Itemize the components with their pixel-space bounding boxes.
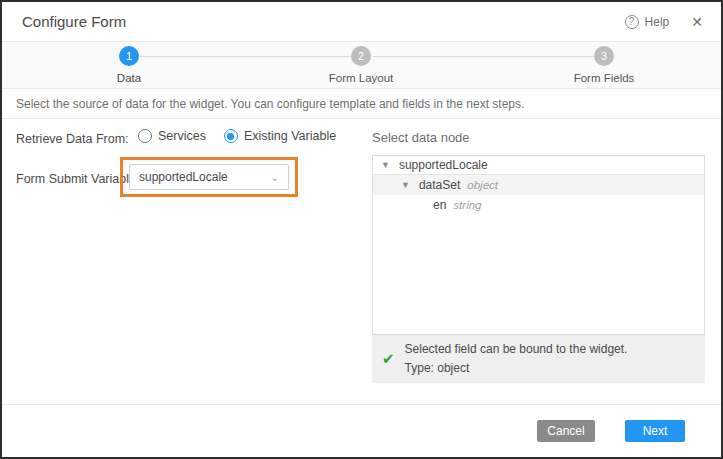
tree-row-dataset[interactable]: ▼ dataSet object [373,175,704,195]
select-data-node-title: Select data node [372,130,470,145]
radio-option-services[interactable]: Services [138,129,206,143]
tree-node-label: dataSet [419,178,460,192]
status-line-1: Selected field can be bound to the widge… [405,340,628,359]
tree-node-label: supportedLocale [399,158,488,172]
tree-row-en[interactable]: en string [373,195,704,215]
step-circle-data[interactable]: 1 [119,46,139,66]
chevron-down-icon[interactable]: ▼ [381,160,390,170]
next-button[interactable]: Next [625,420,685,442]
configure-form-dialog: Configure Form ? Help ✕ 1 2 3 Data Form … [0,0,723,459]
tree-node-label: en [433,198,446,212]
radio-services-label: Services [158,129,206,143]
form-submit-variable-select[interactable]: supportedLocale ⌄ [129,164,289,190]
help-icon: ? [625,15,639,29]
tree-node-type: object [467,179,498,191]
status-line-2: Type: object [405,359,628,378]
step-circle-form-fields[interactable]: 3 [594,46,614,66]
dialog-header: Configure Form ? Help ✕ [2,2,721,42]
help-label: Help [645,15,670,29]
radio-existing-variable-icon [224,129,238,143]
radio-option-existing-variable[interactable]: Existing Variable [224,129,336,143]
dialog-title: Configure Form [22,13,625,30]
step-label-form-layout: Form Layout [329,72,394,84]
tree-node-type: string [453,199,481,211]
chevron-down-icon: ⌄ [271,172,279,183]
step-label-form-fields: Form Fields [574,72,635,84]
help-button[interactable]: ? Help [625,15,670,29]
description-text: Select the source of data for the widget… [16,97,524,111]
dialog-footer: Cancel Next [2,405,721,453]
retrieve-data-from-label: Retrieve Data From: [16,132,129,146]
retrieve-data-radio-group: Services Existing Variable [138,129,336,143]
content-area: Retrieve Data From: Services Existing Va… [2,119,721,405]
stepper-connector [139,56,351,57]
cancel-button[interactable]: Cancel [537,420,595,442]
data-node-tree: ▼ supportedLocale ▼ dataSet object en st… [372,155,705,335]
tree-row-supportedlocale[interactable]: ▼ supportedLocale [373,156,704,175]
radio-existing-variable-label: Existing Variable [244,129,336,143]
select-value: supportedLocale [139,170,228,184]
check-icon: ✔ [382,350,395,368]
chevron-down-icon[interactable]: ▼ [401,180,410,190]
annotation-highlight-box: supportedLocale ⌄ [120,157,298,197]
status-text: Selected field can be bound to the widge… [405,340,628,378]
close-icon[interactable]: ✕ [691,15,703,29]
binding-status-box: ✔ Selected field can be bound to the wid… [372,335,705,383]
stepper-connector [373,56,594,57]
step-circle-form-layout[interactable]: 2 [351,46,371,66]
radio-services-icon [138,129,152,143]
description-row: Select the source of data for the widget… [2,89,721,119]
stepper: 1 2 3 Data Form Layout Form Fields [2,42,721,89]
step-label-data: Data [117,72,141,84]
